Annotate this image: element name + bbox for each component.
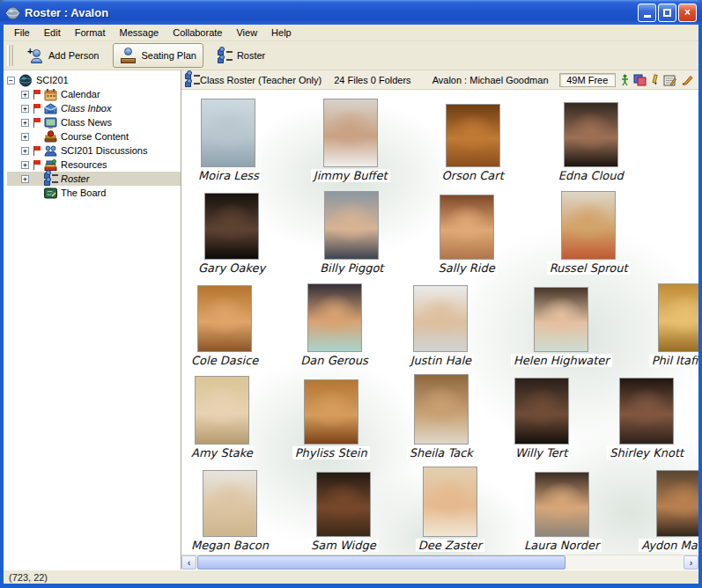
student-photo[interactable] <box>324 191 379 260</box>
student-photo[interactable] <box>204 193 259 260</box>
student-photo[interactable] <box>619 378 674 445</box>
expand-box[interactable]: + <box>21 133 29 141</box>
scroll-right-arrow[interactable]: › <box>684 555 698 570</box>
expand-box[interactable]: + <box>21 105 29 113</box>
student-cell[interactable]: Dan Gerous <box>298 283 370 367</box>
student-cell[interactable]: Sally Ride <box>435 195 497 275</box>
roster-row: Gary OakeyBilly PiggotSally RideRussel S… <box>181 182 698 275</box>
statusbar: (723, 22) <box>4 570 698 584</box>
student-photo[interactable] <box>307 283 362 352</box>
tree-item-class-inbox[interactable]: + Class Inbox <box>7 101 181 115</box>
expand-box[interactable]: + <box>21 119 29 127</box>
student-photo[interactable] <box>195 376 249 445</box>
student-cell[interactable]: Amy Stake <box>188 376 255 459</box>
student-photo[interactable] <box>423 467 477 537</box>
student-name: Gary Oakey <box>196 261 268 275</box>
tree-item-roster[interactable]: + Roster <box>7 172 181 186</box>
maximize-button[interactable] <box>658 4 676 22</box>
tree-pane: − SCI201 + Calendar <box>4 70 181 570</box>
student-photo[interactable] <box>440 195 494 260</box>
close-button[interactable]: × <box>678 4 697 22</box>
tree-item-the-board[interactable]: The Board <box>7 186 181 200</box>
scroll-left-arrow[interactable]: ‹ <box>181 555 196 570</box>
student-cell[interactable]: Willy Tert <box>513 378 570 459</box>
student-name: Helen Highwater <box>511 354 612 367</box>
student-cell[interactable]: Billy Piggot <box>317 191 386 275</box>
tree-item-sci201-discussions[interactable]: + SCI201 Discussions <box>7 143 181 158</box>
student-photo[interactable] <box>197 285 252 352</box>
student-cell[interactable]: Moira Less <box>196 99 262 182</box>
student-cell[interactable]: Cole Dasice <box>188 285 261 367</box>
student-cell[interactable]: Laura Norder <box>521 472 602 552</box>
student-photo[interactable] <box>561 191 616 260</box>
menu-collaborate[interactable]: Collaborate <box>166 26 229 40</box>
student-name: Sally Ride <box>435 261 497 275</box>
toolbar-grip[interactable] <box>7 45 13 66</box>
roster-row: Moira LessJimmy BuffetOrson CartEdna Clo… <box>181 90 698 182</box>
student-photo[interactable] <box>658 283 698 352</box>
menu-file[interactable]: File <box>7 26 37 40</box>
tree-item-calendar[interactable]: + Calendar <box>7 87 181 101</box>
student-photo[interactable] <box>534 287 588 352</box>
student-name: Orson Cart <box>440 169 506 182</box>
pen-icon[interactable] <box>681 74 693 86</box>
student-photo[interactable] <box>564 102 618 167</box>
pages-icon[interactable] <box>633 74 647 86</box>
student-name: Edna Cloud <box>556 169 626 182</box>
expand-box[interactable]: + <box>21 147 29 155</box>
student-cell[interactable]: Gary Oakey <box>196 193 268 275</box>
student-cell[interactable]: Shirley Knott <box>607 378 686 459</box>
student-cell[interactable]: Phyliss Stein <box>292 379 370 459</box>
student-photo[interactable] <box>413 285 468 352</box>
student-photo[interactable] <box>323 99 378 167</box>
minimize-button[interactable] <box>638 4 656 22</box>
tree-item-resources[interactable]: + Resources <box>7 158 181 172</box>
course-content-icon <box>43 130 58 143</box>
add-person-button[interactable]: + Add Person <box>20 43 106 68</box>
student-photo[interactable] <box>535 472 589 537</box>
student-photo[interactable] <box>203 470 257 537</box>
tree-root-sci201[interactable]: − SCI201 <box>7 73 181 87</box>
student-cell[interactable]: Sam Widge <box>308 472 379 552</box>
menu-view[interactable]: View <box>229 26 264 40</box>
menu-message[interactable]: Message <box>113 26 166 40</box>
student-cell[interactable]: Justin Hale <box>408 285 474 367</box>
roster-view-button[interactable]: Roster <box>211 44 272 68</box>
student-cell[interactable]: Aydon Marquis <box>639 470 698 552</box>
notepad-icon[interactable] <box>663 74 676 86</box>
menu-format[interactable]: Format <box>68 26 113 40</box>
student-cell[interactable]: Orson Cart <box>440 104 506 182</box>
pencil-icon[interactable] <box>651 74 659 86</box>
student-photo[interactable] <box>414 374 469 445</box>
expand-box[interactable]: + <box>21 161 29 169</box>
student-cell[interactable]: Edna Cloud <box>556 102 626 182</box>
tree-item-class-news[interactable]: + Class News <box>7 115 181 129</box>
roster-header-icon <box>185 72 195 87</box>
student-cell[interactable]: Dee Zaster <box>416 467 484 552</box>
student-photo[interactable] <box>201 99 255 167</box>
scroll-thumb[interactable] <box>197 555 565 570</box>
menu-help[interactable]: Help <box>264 26 299 40</box>
tree-item-course-content[interactable]: + Course Content <box>7 129 181 143</box>
seating-plan-button[interactable]: Seating Plan <box>113 43 203 68</box>
roster-row: Cole DasiceDan GerousJustin HaleHelen Hi… <box>181 275 698 367</box>
menu-edit[interactable]: Edit <box>37 26 68 40</box>
expand-box[interactable]: + <box>21 91 29 99</box>
student-photo[interactable] <box>446 104 500 167</box>
collapse-box[interactable]: − <box>7 77 15 85</box>
student-photo[interactable] <box>656 470 698 537</box>
student-cell[interactable]: Jimmy Buffet <box>311 99 390 182</box>
student-cell[interactable]: Helen Highwater <box>511 287 612 367</box>
student-cell[interactable]: Sheila Tack <box>407 374 476 459</box>
student-cell[interactable]: Russel Sprout <box>547 191 631 275</box>
student-photo[interactable] <box>316 472 371 537</box>
person-icon[interactable] <box>621 74 629 86</box>
student-photo[interactable] <box>304 379 358 445</box>
horizontal-scrollbar[interactable]: ‹ › <box>181 555 698 570</box>
resources-icon <box>43 158 58 172</box>
student-cell[interactable]: Phil Itafiche <box>649 283 698 367</box>
expand-box[interactable]: + <box>21 175 29 183</box>
student-cell[interactable]: Megan Bacon <box>188 470 271 552</box>
student-photo[interactable] <box>514 378 569 445</box>
scroll-track[interactable] <box>566 555 684 570</box>
